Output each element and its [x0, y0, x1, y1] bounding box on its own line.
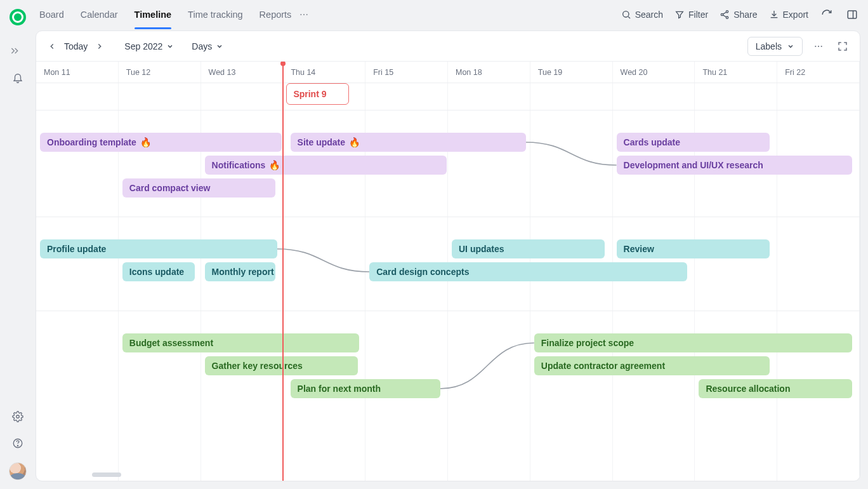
timeline-card[interactable]: Card compact view: [122, 178, 275, 198]
day-header: Tue 19: [530, 62, 613, 83]
card-label: Card compact view: [129, 183, 211, 193]
svg-point-2: [17, 445, 18, 446]
card-label: Gather key resources: [212, 361, 303, 371]
svg-point-12: [818, 45, 819, 46]
tab-time-tracking[interactable]: Time tracking: [188, 7, 242, 22]
fullscreen-icon[interactable]: [834, 38, 851, 55]
timeline-card[interactable]: Onboarding template🔥: [40, 133, 282, 152]
day-header: Thu 14: [283, 62, 365, 83]
timeline-card[interactable]: Notifications🔥: [205, 156, 447, 175]
unit-label: Days: [192, 41, 212, 51]
prev-arrow-icon[interactable]: [45, 39, 59, 53]
chevron-down-icon: [216, 43, 223, 50]
today-button[interactable]: Today: [63, 41, 89, 51]
labels-button-label: Labels: [756, 41, 782, 51]
unit-selector[interactable]: Days: [192, 41, 223, 51]
timeline-card[interactable]: Development and UI/UX research: [617, 156, 852, 175]
timeline-card[interactable]: Profile update: [40, 239, 277, 258]
card-label: Onboarding template: [47, 137, 136, 147]
svg-point-6: [622, 11, 628, 17]
tab-board[interactable]: Board: [39, 7, 64, 22]
expand-sidebar-icon[interactable]: [6, 42, 23, 60]
more-options-icon[interactable]: [810, 38, 827, 55]
share-label: Share: [733, 10, 757, 20]
card-label: Budget assessment: [129, 338, 213, 348]
search-button[interactable]: Search: [621, 10, 663, 20]
timeline-card[interactable]: Review: [617, 239, 770, 258]
timeline-card[interactable]: Monthly report: [205, 262, 275, 281]
share-button[interactable]: Share: [720, 10, 757, 20]
sprint-label: Sprint 9: [293, 89, 326, 99]
card-label: Plan for next month: [298, 384, 381, 394]
tab-calendar[interactable]: Calendar: [81, 7, 118, 22]
more-tabs-icon[interactable]: [296, 7, 312, 22]
card-label: Resource allocation: [706, 384, 790, 394]
timeline-card[interactable]: Icons update: [122, 262, 195, 281]
day-header: Mon 11: [36, 62, 119, 83]
timeline-card[interactable]: Finalize project scope: [534, 333, 852, 352]
timeline-card[interactable]: Cards update: [617, 133, 770, 152]
timeline-card[interactable]: UI updates: [452, 239, 605, 258]
next-arrow-icon[interactable]: [93, 39, 107, 53]
svg-point-9: [727, 17, 728, 18]
labels-button[interactable]: Labels: [747, 37, 803, 56]
bell-icon[interactable]: [10, 70, 25, 85]
svg-point-0: [16, 415, 20, 419]
month-label: Sep 2022: [124, 41, 162, 51]
card-label: Notifications: [212, 160, 266, 170]
timeline-card[interactable]: Card design concepts: [369, 262, 687, 281]
tab-reports[interactable]: Reports: [260, 7, 292, 22]
sprint-pill[interactable]: Sprint 9: [286, 83, 348, 105]
timeline-card[interactable]: Plan for next month: [291, 379, 440, 398]
filter-label: Filter: [688, 10, 708, 20]
fire-icon: 🔥: [269, 160, 280, 170]
timeline-card[interactable]: Site update🔥: [291, 133, 526, 152]
card-label: Review: [624, 244, 654, 254]
fire-icon: 🔥: [349, 137, 360, 147]
card-label: Update contractor agreement: [541, 361, 665, 371]
card-label: Card design concepts: [376, 267, 469, 277]
filter-button[interactable]: Filter: [674, 10, 708, 20]
card-label: Icons update: [129, 267, 184, 277]
day-header: Mon 18: [448, 62, 530, 83]
chevron-down-icon: [787, 43, 794, 50]
card-label: Development and UI/UX research: [624, 160, 763, 170]
gear-icon[interactable]: [10, 409, 25, 424]
day-header: Wed 20: [613, 62, 695, 83]
horizontal-scroll-thumb[interactable]: [92, 472, 121, 477]
timeline-card[interactable]: Gather key resources: [205, 356, 358, 375]
day-header: Fri 15: [365, 62, 448, 83]
card-label: Finalize project scope: [541, 338, 634, 348]
svg-point-13: [821, 45, 822, 46]
timeline-card[interactable]: Resource allocation: [699, 379, 852, 398]
svg-rect-10: [848, 11, 857, 18]
timeline-card[interactable]: Update contractor agreement: [534, 356, 770, 375]
card-label: Profile update: [47, 244, 106, 254]
card-label: Site update: [298, 137, 345, 147]
card-label: Monthly report: [212, 267, 274, 277]
search-label: Search: [635, 10, 663, 20]
svg-point-8: [721, 13, 723, 15]
svg-point-5: [306, 14, 308, 15]
avatar[interactable]: [9, 462, 27, 480]
svg-point-4: [303, 14, 305, 15]
day-header: Thu 21: [695, 62, 777, 83]
timeline-card[interactable]: Budget assessment: [122, 333, 360, 352]
panel-toggle-icon[interactable]: [845, 8, 859, 22]
day-header: Fri 22: [777, 62, 860, 83]
card-label: Cards update: [624, 137, 680, 147]
tab-timeline[interactable]: Timeline: [135, 7, 172, 22]
month-selector[interactable]: Sep 2022: [124, 41, 174, 51]
export-button[interactable]: Export: [769, 10, 808, 20]
refresh-icon[interactable]: [820, 8, 834, 22]
app-logo[interactable]: [10, 9, 26, 25]
day-header: Wed 13: [201, 62, 284, 83]
day-header: Tue 12: [119, 62, 201, 83]
help-icon[interactable]: [10, 436, 25, 451]
svg-point-3: [301, 14, 302, 15]
chevron-down-icon: [166, 43, 174, 50]
svg-point-7: [727, 11, 728, 13]
card-label: UI updates: [459, 244, 504, 254]
svg-point-11: [815, 45, 816, 46]
fire-icon: 🔥: [140, 137, 151, 147]
